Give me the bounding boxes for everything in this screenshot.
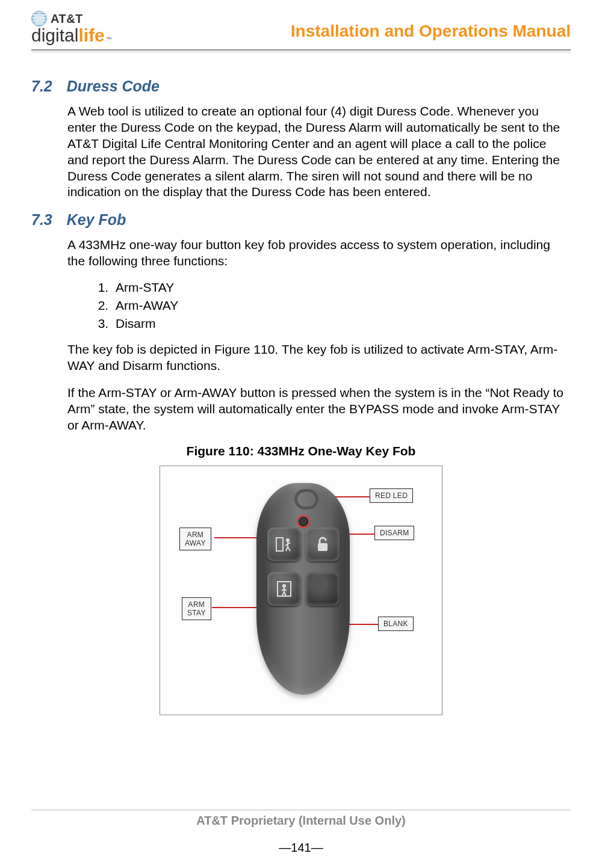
svg-rect-0 — [276, 538, 283, 551]
figure-110-keyfob: ARM AWAY ARM STAY RED LED DISARM BLANK — [160, 466, 442, 715]
person-exit-icon — [275, 535, 293, 553]
disarm-button-icon — [306, 528, 340, 561]
page-number: ―141― — [31, 841, 571, 855]
function-list: Arm-STAY Arm-AWAY Disarm — [96, 280, 571, 331]
brand-top: AT&T — [51, 13, 83, 25]
svg-point-4 — [282, 584, 286, 588]
person-inside-icon — [275, 580, 293, 598]
section-title: Key Fob — [67, 211, 126, 229]
section-title: Duress Code — [67, 78, 160, 95]
callout-blank: BLANK — [378, 617, 414, 631]
section-7-3-p2: The key fob is depicted in Figure 110. T… — [67, 342, 571, 374]
led-highlight-ring — [297, 515, 310, 528]
keyfob-body — [256, 483, 350, 695]
list-item: Arm-AWAY — [112, 298, 571, 313]
document-header: AT&T digitallife™ Installation and Opera… — [31, 11, 571, 48]
section-7-3-p3: If the Arm-STAY or Arm-AWAY button is pr… — [67, 385, 571, 434]
callout-disarm: DISARM — [374, 526, 414, 540]
footer-proprietary: AT&T Proprietary (Internal Use Only) — [31, 814, 571, 828]
callout-red-led: RED LED — [370, 488, 413, 503]
section-heading-7-2: 7.2 Duress Code — [31, 78, 571, 95]
document-body: 7.2 Duress Code A Web tool is utilized t… — [31, 52, 571, 715]
blank-button-icon — [306, 572, 340, 606]
section-number: 7.3 — [31, 211, 52, 229]
svg-rect-2 — [318, 543, 327, 551]
unlock-icon — [314, 536, 331, 553]
list-item: Disarm — [112, 316, 571, 331]
callout-arm-stay: ARM STAY — [182, 597, 211, 620]
section-number: 7.2 — [31, 78, 52, 95]
brand-life: life — [78, 26, 104, 45]
list-item: Arm-STAY — [112, 280, 571, 295]
att-globe-icon — [31, 11, 47, 26]
arm-away-button-icon — [267, 528, 301, 561]
section-heading-7-3: 7.3 Key Fob — [31, 211, 571, 229]
callout-arm-away: ARM AWAY — [179, 528, 211, 550]
section-7-2-paragraph: A Web tool is utilized to create an opti… — [67, 103, 571, 200]
document-title: Installation and Operations Manual — [291, 22, 571, 45]
trademark-symbol: ™ — [105, 37, 112, 43]
page-footer: AT&T Proprietary (Internal Use Only) ―14… — [31, 810, 571, 855]
brand-logo: AT&T digitallife™ — [31, 11, 112, 45]
section-7-3-intro: A 433MHz one-way four button key fob pro… — [67, 237, 571, 269]
brand-digital: digital — [31, 26, 78, 45]
header-rule-thick — [31, 49, 571, 51]
footer-rule — [31, 810, 571, 810]
arm-stay-button-icon — [267, 572, 301, 606]
figure-caption: Figure 110: 433MHz One-Way Key Fob — [31, 444, 571, 458]
svg-point-1 — [286, 538, 290, 542]
